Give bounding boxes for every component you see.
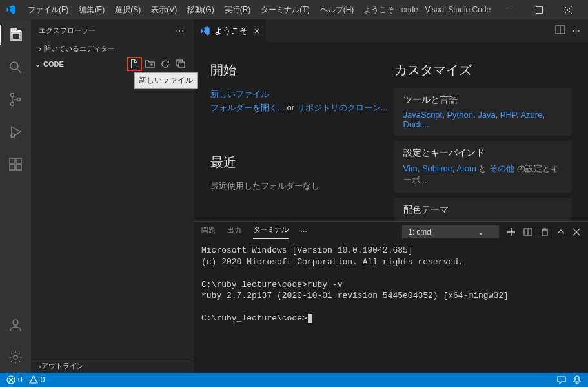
tools-link[interactable]: Azure — [520, 110, 542, 120]
menu-file[interactable]: ファイル(F) — [23, 2, 73, 18]
open-editors-label: 開いているエディター — [44, 44, 115, 54]
tab-close-icon[interactable]: × — [254, 26, 259, 36]
keybind-link[interactable]: Sublime — [422, 163, 452, 173]
sidebar-more-icon[interactable]: ⋯ — [174, 25, 186, 37]
svg-rect-10 — [10, 158, 15, 163]
tools-link[interactable]: Java — [478, 110, 495, 120]
panel-tabs: 問題 出力 ターミナル ⋯ 1: cmd ⌄ — [194, 222, 588, 242]
panel-tab-problems[interactable]: 問題 — [201, 225, 216, 239]
titlebar: ファイル(F) 編集(E) 選択(S) 表示(V) 移動(G) 実行(R) ター… — [0, 0, 588, 19]
panel-more-icon[interactable]: ⋯ — [300, 228, 307, 236]
svg-point-6 — [11, 94, 14, 97]
warning-count: 0 — [41, 375, 45, 384]
menu-view[interactable]: 表示(V) — [147, 2, 181, 18]
window-controls — [496, 0, 583, 19]
open-folder-link[interactable]: フォルダーを開く... — [210, 103, 285, 112]
clone-repo-link[interactable]: リポジトリのクローン... — [297, 103, 388, 112]
start-heading: 開始 — [210, 61, 388, 79]
menu-run[interactable]: 実行(R) — [220, 2, 256, 18]
keybind-body: Vim, Sublime, Atom と その他 の設定とキーボ... — [403, 163, 563, 186]
panel-close-icon[interactable] — [573, 228, 580, 236]
window-title: ようこそ - code - Visual Studio Code — [358, 5, 496, 16]
editor-more-icon[interactable]: ⋯ — [572, 26, 580, 36]
or-text: or — [285, 103, 297, 112]
outline-label: アウトライン — [41, 361, 84, 371]
svg-point-8 — [17, 98, 21, 101]
svg-point-14 — [13, 320, 18, 325]
tools-link[interactable]: JavaScript — [403, 110, 443, 120]
menu-go[interactable]: 移動(G) — [183, 2, 218, 18]
new-file-link[interactable]: 新しいファイル — [210, 89, 269, 99]
terminal-cursor — [308, 314, 312, 323]
svg-rect-12 — [10, 165, 15, 170]
accounts-icon[interactable] — [0, 315, 31, 335]
panel-tab-terminal[interactable]: ターミナル — [253, 225, 289, 239]
open-editors-section[interactable]: › 開いているエディター — [31, 42, 194, 56]
recent-heading: 最近 — [210, 154, 388, 171]
explorer-icon[interactable] — [0, 25, 31, 45]
search-icon[interactable] — [0, 57, 31, 78]
menu-help[interactable]: ヘルプ(H) — [316, 2, 359, 18]
tools-link[interactable]: Python — [447, 110, 472, 120]
chevron-down-icon: ⌄ — [478, 227, 484, 236]
new-file-tooltip: 新しいファイル — [134, 72, 198, 89]
kill-terminal-icon[interactable] — [540, 227, 549, 236]
menu-terminal[interactable]: ターミナル(T) — [256, 2, 314, 18]
svg-rect-11 — [16, 158, 21, 163]
svg-rect-13 — [16, 165, 21, 170]
keybind-link[interactable]: Vim — [403, 163, 418, 173]
start-section: 開始 新しいファイル フォルダーを開く... or リポジトリのクローン... — [210, 61, 388, 115]
vscode-logo-icon — [5, 4, 17, 16]
theme-title: 配色テーマ — [403, 204, 563, 216]
feedback-icon[interactable] — [557, 375, 566, 384]
welcome-page: 開始 新しいファイル フォルダーを開く... or リポジトリのクローン... … — [194, 42, 588, 221]
tools-link[interactable]: PHP — [500, 110, 516, 120]
minimize-button[interactable] — [496, 0, 525, 19]
keybind-other-link[interactable]: その他 — [489, 163, 514, 173]
settings-gear-icon[interactable] — [0, 347, 31, 368]
status-warnings[interactable]: 0 — [29, 375, 45, 384]
menu-selection[interactable]: 選択(S) — [110, 2, 145, 18]
chevron-down-icon[interactable]: ⌄ — [35, 60, 41, 68]
folder-name: CODE — [43, 60, 64, 68]
recent-none: 最近使用したフォルダーなし — [210, 180, 388, 192]
vscode-tab-icon — [200, 26, 210, 36]
error-count: 0 — [18, 375, 23, 384]
tools-card[interactable]: ツールと言語 JavaScript, Python, Java, PHP, Az… — [394, 88, 572, 136]
menu-edit[interactable]: 編集(E) — [74, 2, 109, 18]
keybind-link[interactable]: Atom — [456, 163, 476, 173]
panel: 問題 出力 ターミナル ⋯ 1: cmd ⌄ Microsoft Windows… — [194, 221, 588, 373]
run-debug-icon[interactable] — [0, 121, 31, 142]
new-terminal-icon[interactable] — [507, 227, 516, 236]
tab-bar: ようこそ × ⋯ — [194, 19, 588, 42]
status-errors[interactable]: 0 — [6, 375, 23, 384]
extensions-icon[interactable] — [0, 154, 31, 174]
split-terminal-icon[interactable] — [523, 227, 532, 236]
tab-label: ようこそ — [214, 25, 248, 37]
theme-card[interactable]: 配色テーマ エディターとコードの外観を自由に設定します — [394, 198, 572, 221]
terminal-content[interactable]: Microsoft Windows [Version 10.0.19042.68… — [194, 242, 588, 373]
new-file-button[interactable] — [127, 57, 142, 71]
refresh-button[interactable] — [157, 57, 173, 71]
keybind-card[interactable]: 設定とキーバインド Vim, Sublime, Atom と その他 の設定とキ… — [394, 141, 572, 193]
tools-link[interactable]: Dock... — [403, 120, 429, 129]
source-control-icon[interactable] — [0, 89, 31, 110]
svg-point-7 — [11, 103, 14, 106]
editor-area: ようこそ × ⋯ 開始 新しいファイル フォルダーを開く... or リポジトリ… — [194, 19, 588, 373]
panel-maximize-icon[interactable] — [557, 228, 565, 236]
collapse-all-button[interactable] — [173, 57, 188, 71]
outline-section[interactable]: › アウトライン — [31, 359, 194, 373]
terminal-shell-select[interactable]: 1: cmd ⌄ — [402, 225, 499, 238]
notifications-icon[interactable] — [573, 375, 582, 384]
new-folder-button[interactable] — [142, 57, 157, 71]
svg-rect-1 — [536, 6, 543, 13]
activity-bar — [0, 19, 31, 373]
status-bar: 0 0 — [0, 373, 588, 387]
close-button[interactable] — [554, 0, 583, 19]
panel-tab-output[interactable]: 出力 — [227, 225, 241, 239]
maximize-button[interactable] — [525, 0, 554, 19]
split-editor-icon[interactable] — [555, 25, 565, 37]
tab-welcome[interactable]: ようこそ × — [194, 19, 267, 42]
keybind-title: 設定とキーバインド — [403, 147, 563, 159]
recent-section: 最近 最近使用したフォルダーなし — [210, 154, 388, 192]
